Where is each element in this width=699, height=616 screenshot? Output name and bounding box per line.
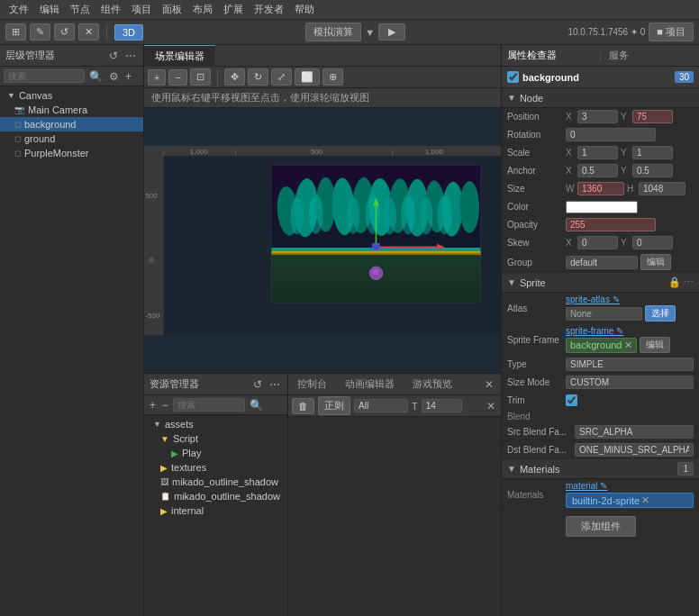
materials-section-header[interactable]: ▼ Materials 1 <box>502 459 699 479</box>
sprite-lock-icon[interactable]: 🔒 <box>668 276 681 288</box>
material-link[interactable]: material ✎ <box>566 481 694 491</box>
size-w-input[interactable] <box>577 182 624 195</box>
tab-animation[interactable]: 动画编辑器 <box>336 374 404 395</box>
anchor-y-input[interactable] <box>632 164 673 177</box>
menu-component[interactable]: 组件 <box>95 3 126 16</box>
position-x-input[interactable] <box>577 110 618 123</box>
assets-item-mikado1[interactable]: 🖼 mikado_outline_shadow <box>146 475 286 489</box>
inspector-tab[interactable]: 属性检查器 <box>507 49 592 62</box>
scene-anchor-btn[interactable]: ⊕ <box>322 68 343 86</box>
src-blend-select[interactable]: SRC_ALPHA <box>575 425 694 439</box>
group-edit-btn[interactable]: 编辑 <box>640 254 671 270</box>
menu-panel[interactable]: 面板 <box>157 3 187 16</box>
menu-node[interactable]: 节点 <box>65 3 95 16</box>
play-btn[interactable]: ▶ <box>378 23 405 41</box>
simulate-arrow[interactable]: ▼ <box>365 27 375 38</box>
toolbar-btn-edit[interactable]: ✎ <box>30 23 50 41</box>
sprite-frame-remove-icon[interactable]: ✕ <box>624 340 632 351</box>
console-all-select[interactable]: All <box>354 399 408 412</box>
menu-extension[interactable]: 扩展 <box>218 3 249 16</box>
toolbar-btn-undo[interactable]: ↺ <box>54 23 75 41</box>
toolbar-btn-close[interactable]: ✕ <box>78 23 99 41</box>
scene-rotate-btn[interactable]: ↻ <box>248 68 268 86</box>
hierarchy-settings-btn[interactable]: ⚙ <box>107 70 121 83</box>
bottom-close-btn[interactable]: ✕ <box>483 378 495 391</box>
menu-layout[interactable]: 布局 <box>187 3 218 16</box>
simulate-btn[interactable]: 模拟演算 <box>305 23 361 41</box>
trim-checkbox[interactable] <box>566 394 577 406</box>
atlas-link[interactable]: sprite-atlas ✎ <box>566 294 694 304</box>
assets-delete-btn[interactable]: − <box>160 399 170 412</box>
scene-rect-btn[interactable]: ⬜ <box>295 68 320 86</box>
console-clear-btn[interactable]: 🗑 <box>292 398 314 414</box>
assets-item-textures[interactable]: ▶ textures <box>146 460 286 475</box>
menu-developer[interactable]: 开发者 <box>249 3 289 16</box>
skew-y-input[interactable] <box>632 236 673 249</box>
menu-project[interactable]: 项目 <box>126 3 157 16</box>
sprite-frame-edit-btn[interactable]: 编辑 <box>640 337 670 353</box>
group-select[interactable]: default <box>566 256 638 269</box>
skew-x-input[interactable] <box>577 236 618 249</box>
node-section-header[interactable]: ▼ Node <box>502 88 699 108</box>
toolbar-3d-btn[interactable]: 3D <box>114 24 143 41</box>
materials-container: material ✎ builtin-2d-sprite ✕ <box>566 481 694 508</box>
scene-move-btn[interactable]: ✥ <box>224 68 245 86</box>
size-mode-select[interactable]: CUSTOM <box>566 376 694 389</box>
type-select[interactable]: SIMPLE <box>566 358 694 371</box>
tab-console[interactable]: 控制台 <box>288 374 336 395</box>
service-tab[interactable]: 服务 <box>609 49 694 62</box>
tree-item-main-camera[interactable]: 📷 Main Camera <box>0 103 143 117</box>
scale-x-input[interactable] <box>577 146 618 159</box>
opacity-input[interactable] <box>566 218 656 231</box>
size-h-input[interactable] <box>639 182 685 195</box>
scale-y-input[interactable] <box>632 146 673 159</box>
hierarchy-expand-btn[interactable]: + <box>123 70 133 83</box>
assets-item-script[interactable]: ▼ Script <box>146 431 286 446</box>
assets-search-input[interactable] <box>173 398 245 412</box>
material-remove-icon[interactable]: ✕ <box>641 494 649 506</box>
hierarchy-more-btn[interactable]: ⋯ <box>123 50 138 62</box>
scene-scale-btn[interactable]: ⤢ <box>271 68 292 86</box>
scene-zoom-in-btn[interactable]: + <box>148 69 166 86</box>
anchor-x-input[interactable] <box>577 164 618 177</box>
menu-edit[interactable]: 编辑 <box>34 3 65 16</box>
rotation-input[interactable] <box>566 128 656 141</box>
tab-game-preview[interactable]: 游戏预览 <box>404 374 461 395</box>
assets-item-mikado2[interactable]: 📋 mikado_outline_shadow <box>146 489 286 503</box>
assets-search-icon-btn[interactable]: 🔍 <box>248 399 265 412</box>
position-y-input[interactable] <box>632 110 673 123</box>
assets-item-play[interactable]: ▶ Play <box>146 446 286 460</box>
assets-add-btn[interactable]: + <box>148 399 158 412</box>
sprite-frame-link[interactable]: sprite-frame ✎ <box>566 326 694 336</box>
menu-file[interactable]: 文件 <box>4 3 34 16</box>
assets-more-btn[interactable]: ⋯ <box>268 378 282 391</box>
toolbar-btn-new[interactable]: ⊞ <box>5 23 26 41</box>
console-font-size-select[interactable]: 14 <box>422 399 462 412</box>
tree-item-purple-monster[interactable]: ◻ PurpleMonster <box>0 146 143 160</box>
project-btn[interactable]: ■ 项目 <box>649 23 694 41</box>
hierarchy-search-input[interactable] <box>4 69 85 83</box>
tree-item-canvas[interactable]: ▼ Canvas <box>0 88 143 103</box>
scene-canvas[interactable]: 1,000 500 1,000 500 0 -500 <box>144 108 501 373</box>
scene-fit-btn[interactable]: ⊡ <box>190 68 211 86</box>
scene-editor-tab[interactable]: 场景编辑器 <box>144 45 215 67</box>
sprite-section-header[interactable]: ▼ Sprite 🔒 ⋯ <box>502 273 699 293</box>
scene-zoom-out-btn[interactable]: − <box>168 69 186 86</box>
add-component-btn[interactable]: 添加组件 <box>566 516 636 537</box>
console-filter-btn[interactable]: 正则 <box>318 396 350 415</box>
tree-item-background[interactable]: ◻ background <box>0 117 143 131</box>
assets-item-assets[interactable]: ▼ assets <box>146 417 286 431</box>
node-active-checkbox[interactable] <box>507 71 519 83</box>
sprite-more-icon[interactable]: ⋯ <box>684 276 694 288</box>
atlas-input[interactable] <box>566 307 642 321</box>
assets-item-internal[interactable]: ▶ internal <box>146 503 286 518</box>
console-close-btn[interactable]: ✕ <box>485 400 497 412</box>
hierarchy-refresh-btn[interactable]: ↺ <box>107 50 120 62</box>
color-swatch[interactable] <box>566 201 638 213</box>
atlas-select-btn[interactable]: 选择 <box>645 305 676 322</box>
hierarchy-search-btn[interactable]: 🔍 <box>87 70 104 83</box>
assets-refresh-btn[interactable]: ↺ <box>251 378 264 391</box>
dst-blend-select[interactable]: ONE_MINUS_SRC_ALPHA <box>575 443 694 457</box>
menu-help[interactable]: 帮助 <box>289 3 320 16</box>
tree-item-ground[interactable]: ◻ ground <box>0 131 143 146</box>
